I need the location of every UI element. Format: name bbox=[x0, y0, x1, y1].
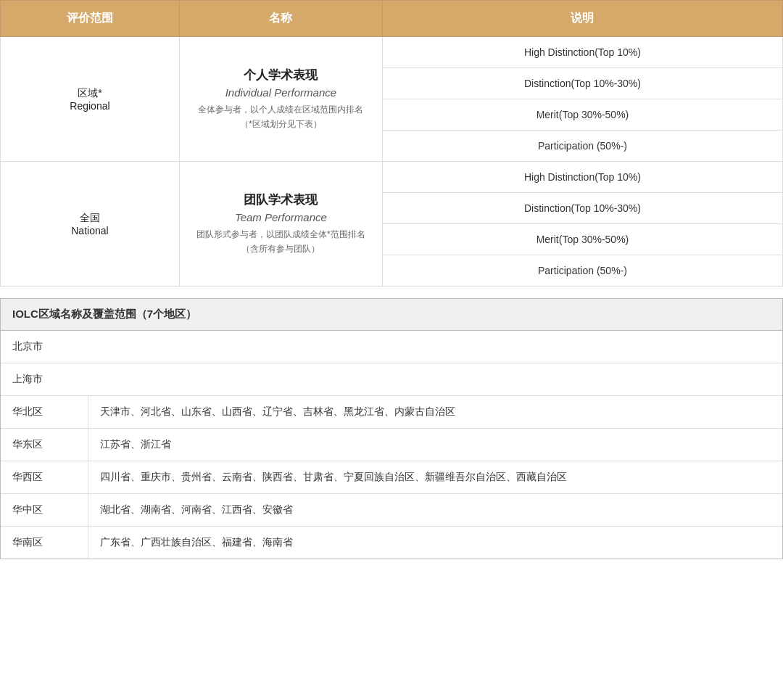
desc-item: High Distinction(Top 10%) bbox=[393, 41, 772, 63]
region-row: 华东区江苏省、浙江省 bbox=[1, 429, 782, 461]
name-desc: 团队形式参与者，以团队成绩全体*范围排名（含所有参与团队） bbox=[190, 228, 372, 255]
region-row: 华北区天津市、河北省、山东省、山西省、辽宁省、吉林省、黑龙江省、内蒙古自治区 bbox=[1, 396, 782, 429]
desc-cell: High Distinction(Top 10%) bbox=[382, 37, 782, 68]
region-name: 华北区 bbox=[1, 396, 88, 429]
region-row: 华西区四川省、重庆市、贵州省、云南省、陕西省、甘肃省、宁夏回族自治区、新疆维吾尔… bbox=[1, 461, 782, 494]
desc-cell: Participation (50%-) bbox=[382, 131, 782, 162]
desc-item: Merit(Top 30%-50%) bbox=[393, 228, 772, 250]
header-desc: 说明 bbox=[382, 1, 782, 37]
name-zh: 团队学术表现 bbox=[190, 192, 372, 208]
region-detail: 广东省、广西壮族自治区、福建省、海南省 bbox=[88, 527, 782, 559]
name-cell: 团队学术表现Team Performance团队形式参与者，以团队成绩全体*范围… bbox=[179, 162, 382, 287]
award-table: 评价范围 名称 说明 区域*Regional个人学术表现Individual P… bbox=[0, 0, 783, 287]
name-cell: 个人学术表现Individual Performance全体参与者，以个人成绩在… bbox=[179, 37, 382, 162]
region-name: 华南区 bbox=[1, 527, 88, 559]
scope-zh: 全国 bbox=[8, 212, 172, 225]
region-name: 华西区 bbox=[1, 461, 88, 494]
name-en: Team Performance bbox=[190, 211, 372, 223]
region-detail: 四川省、重庆市、贵州省、云南省、陕西省、甘肃省、宁夏回族自治区、新疆维吾尔自治区… bbox=[88, 461, 782, 494]
desc-item: Merit(Top 30%-50%) bbox=[393, 104, 772, 125]
name-desc: 全体参与者，以个人成绩在区域范围内排名（*区域划分见下表） bbox=[190, 103, 372, 131]
region-row: 北京市 bbox=[1, 331, 782, 363]
desc-item: High Distinction(Top 10%) bbox=[393, 166, 772, 188]
award-row: 区域*Regional个人学术表现Individual Performance全… bbox=[1, 37, 783, 68]
region-table: 北京市上海市华北区天津市、河北省、山东省、山西省、辽宁省、吉林省、黑龙江省、内蒙… bbox=[1, 331, 782, 559]
region-row: 华南区广东省、广西壮族自治区、福建省、海南省 bbox=[1, 527, 782, 559]
desc-item: Distinction(Top 10%-30%) bbox=[393, 73, 772, 94]
scope-en: Regional bbox=[8, 100, 172, 112]
desc-item: Distinction(Top 10%-30%) bbox=[393, 197, 772, 219]
header-scope: 评价范围 bbox=[1, 1, 180, 37]
region-detail: 湖北省、湖南省、河南省、江西省、安徽省 bbox=[88, 494, 782, 527]
desc-item: Participation (50%-) bbox=[393, 260, 772, 281]
desc-cell: Merit(Top 30%-50%) bbox=[382, 224, 782, 255]
desc-cell: Distinction(Top 10%-30%) bbox=[382, 193, 782, 224]
region-name: 华中区 bbox=[1, 494, 88, 527]
region-standalone: 上海市 bbox=[1, 363, 782, 396]
scope-zh: 区域* bbox=[8, 87, 172, 100]
name-zh: 个人学术表现 bbox=[190, 67, 372, 83]
region-table-wrapper: IOLC区域名称及覆盖范围（7个地区） 北京市上海市华北区天津市、河北省、山东省… bbox=[0, 298, 783, 559]
desc-cell: Distinction(Top 10%-30%) bbox=[382, 68, 782, 99]
scope-cell: 全国National bbox=[1, 162, 180, 287]
scope-en: National bbox=[8, 225, 172, 236]
region-standalone: 北京市 bbox=[1, 331, 782, 363]
header-name: 名称 bbox=[179, 1, 382, 37]
scope-cell: 区域*Regional bbox=[1, 37, 180, 162]
region-row: 上海市 bbox=[1, 363, 782, 396]
region-detail: 天津市、河北省、山东省、山西省、辽宁省、吉林省、黑龙江省、内蒙古自治区 bbox=[88, 396, 782, 429]
region-detail: 江苏省、浙江省 bbox=[88, 429, 782, 461]
award-row: 全国National团队学术表现Team Performance团队形式参与者，… bbox=[1, 162, 783, 193]
region-row: 华中区湖北省、湖南省、河南省、江西省、安徽省 bbox=[1, 494, 782, 527]
region-name: 华东区 bbox=[1, 429, 88, 461]
desc-cell: High Distinction(Top 10%) bbox=[382, 162, 782, 193]
desc-cell: Merit(Top 30%-50%) bbox=[382, 99, 782, 131]
region-table-header: IOLC区域名称及覆盖范围（7个地区） bbox=[1, 299, 782, 331]
desc-item: Participation (50%-) bbox=[393, 135, 772, 157]
name-en: Individual Performance bbox=[190, 86, 372, 99]
desc-cell: Participation (50%-) bbox=[382, 255, 782, 287]
